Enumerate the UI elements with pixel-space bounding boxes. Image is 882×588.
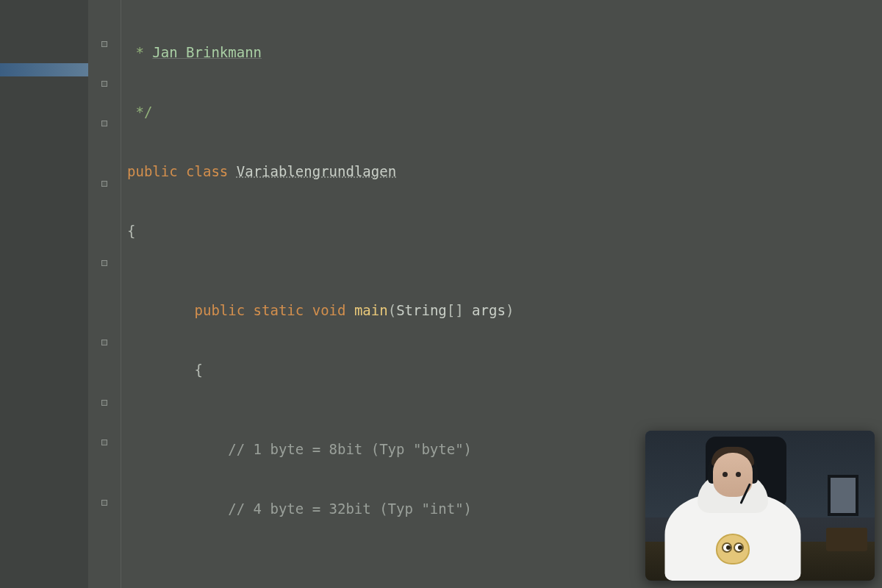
editor-gutter[interactable] [88, 0, 121, 588]
code-line[interactable]: public class Variablengrundlagen [127, 162, 882, 182]
code-line[interactable]: { [127, 360, 882, 380]
fold-marker-icon[interactable] [101, 121, 107, 126]
code-line[interactable]: * Jan Brinkmann [127, 43, 882, 62]
code-line[interactable]: */ [127, 102, 882, 122]
ide-window: * Jan Brinkmann */ public class Variable… [0, 0, 882, 588]
webcam-overlay [645, 431, 875, 581]
sidebar-selection[interactable] [0, 63, 88, 76]
fold-marker-icon[interactable] [101, 41, 107, 47]
fold-marker-icon[interactable] [101, 181, 107, 187]
fold-marker-icon[interactable] [101, 500, 107, 506]
fold-marker-icon[interactable] [101, 260, 107, 266]
fold-marker-icon[interactable] [101, 340, 107, 345]
webcam-wall-picture [828, 475, 858, 516]
webcam-person-eye [723, 472, 728, 477]
fold-marker-icon[interactable] [101, 81, 107, 87]
code-line[interactable]: { [127, 221, 882, 241]
project-sidebar[interactable] [0, 0, 88, 588]
fold-marker-icon[interactable] [101, 400, 107, 406]
code-line[interactable]: public static void main(String[] args) [127, 301, 882, 320]
webcam-hoodie-logo [716, 534, 750, 564]
fold-marker-icon[interactable] [101, 440, 107, 445]
webcam-person-eye [736, 472, 741, 477]
webcam-shelf [826, 528, 867, 551]
